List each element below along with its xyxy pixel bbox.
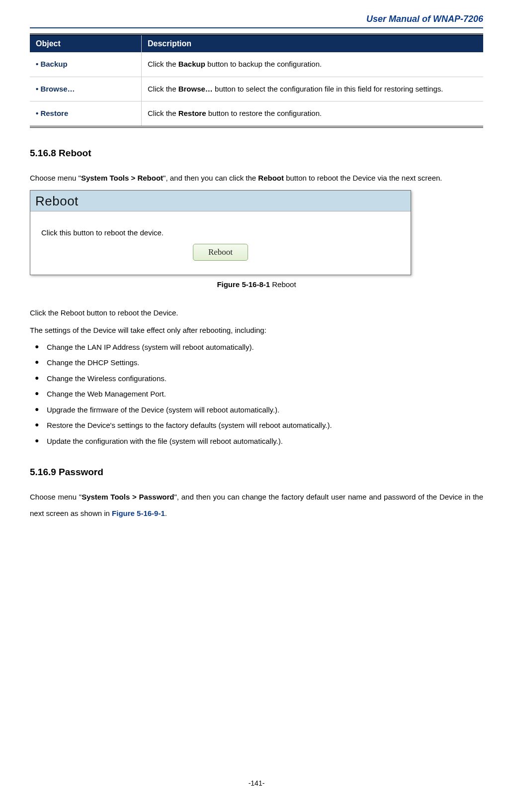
list-item: Change the LAN IP Address (system will r… <box>30 339 483 355</box>
cell-description: Click the Restore button to restore the … <box>142 102 484 127</box>
table-header-row: Object Description <box>30 34 483 52</box>
th-object: Object <box>30 34 142 52</box>
reboot-p2: The settings of the Device will take eff… <box>30 322 483 338</box>
password-intro: Choose menu "System Tools > Password", a… <box>30 489 483 521</box>
figure-body-text: Click this button to reboot the device. <box>41 228 403 237</box>
header-rule <box>30 27 483 28</box>
list-item: Restore the Device's settings to the fac… <box>30 417 483 433</box>
page-header-title: User Manual of WNAP-7206 <box>30 14 483 24</box>
reboot-bullets: Change the LAN IP Address (system will r… <box>30 339 483 449</box>
table-row: Browse… Click the Browse… button to sele… <box>30 77 483 102</box>
figure-link[interactable]: Figure 5-16-9-1 <box>112 509 165 517</box>
object-description-table: Object Description Backup Click the Back… <box>30 33 483 128</box>
reboot-p1: Click the Reboot button to reboot the De… <box>30 304 483 321</box>
list-item: Change the DHCP Settings. <box>30 355 483 371</box>
cell-object: Backup <box>30 52 142 77</box>
figure-panel-title: Reboot <box>30 191 411 211</box>
list-item: Upgrade the firmware of the Device (syst… <box>30 402 483 418</box>
list-item: Change the Wireless configurations. <box>30 371 483 387</box>
reboot-button[interactable]: Reboot <box>193 244 248 261</box>
cell-description: Click the Backup button to backup the co… <box>142 52 484 77</box>
cell-description: Click the Browse… button to select the c… <box>142 77 484 102</box>
cell-object: Restore <box>30 102 142 127</box>
page-number: -141- <box>0 779 513 787</box>
figure-caption: Figure 5-16-8-1 Reboot <box>30 280 483 289</box>
table-row: Restore Click the Restore button to rest… <box>30 102 483 127</box>
heading-password: 5.16.9 Password <box>30 467 483 478</box>
th-description: Description <box>142 34 484 52</box>
list-item: Update the configuration with the file (… <box>30 433 483 449</box>
table-row: Backup Click the Backup button to backup… <box>30 52 483 77</box>
list-item: Change the Web Management Port. <box>30 386 483 402</box>
cell-object: Browse… <box>30 77 142 102</box>
reboot-figure: Reboot Click this button to reboot the d… <box>30 190 411 275</box>
heading-reboot: 5.16.8 Reboot <box>30 148 483 159</box>
reboot-intro: Choose menu "System Tools > Reboot", and… <box>30 170 483 186</box>
